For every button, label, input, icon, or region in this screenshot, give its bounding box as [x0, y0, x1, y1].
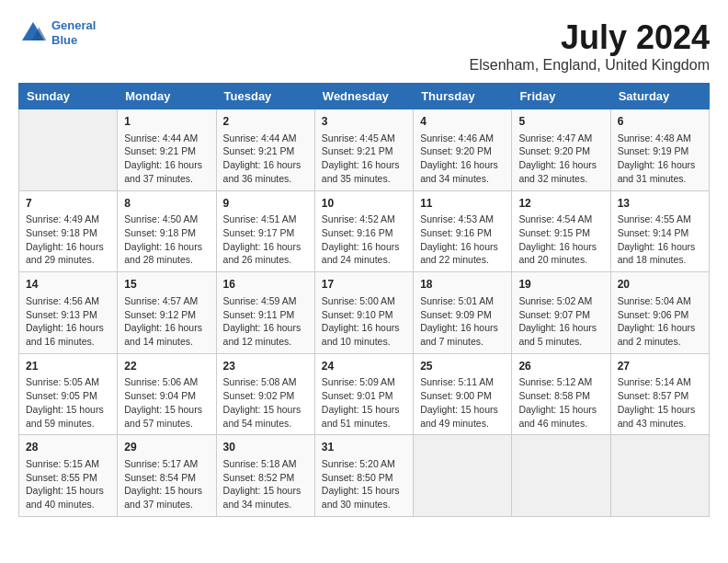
- day-number: 27: [618, 359, 702, 374]
- calendar-table: SundayMondayTuesdayWednesdayThursdayFrid…: [18, 83, 710, 517]
- cell-content: Sunrise: 4:44 AM Sunset: 9:21 PM Dayligh…: [223, 132, 308, 186]
- calendar-cell: 1Sunrise: 4:44 AM Sunset: 9:21 PM Daylig…: [118, 109, 216, 191]
- logo: General Blue: [18, 18, 96, 48]
- day-number: 10: [322, 196, 406, 212]
- calendar-header-row: SundayMondayTuesdayWednesdayThursdayFrid…: [19, 84, 710, 109]
- main-title: July 2024: [470, 18, 711, 57]
- day-number: 7: [26, 196, 110, 212]
- calendar-cell: 31Sunrise: 5:20 AM Sunset: 8:50 PM Dayli…: [314, 435, 413, 517]
- calendar-cell: 5Sunrise: 4:47 AM Sunset: 9:20 PM Daylig…: [512, 109, 610, 191]
- day-number: 15: [124, 277, 209, 293]
- calendar-cell: 3Sunrise: 4:45 AM Sunset: 9:21 PM Daylig…: [314, 109, 413, 191]
- cell-content: Sunrise: 4:56 AM Sunset: 9:13 PM Dayligh…: [26, 294, 110, 349]
- header-tuesday: Tuesday: [216, 84, 314, 109]
- day-number: 22: [124, 359, 209, 374]
- header-wednesday: Wednesday: [314, 84, 413, 109]
- day-number: 18: [420, 277, 505, 293]
- calendar-cell: 21Sunrise: 5:05 AM Sunset: 9:05 PM Dayli…: [19, 353, 118, 435]
- cell-content: Sunrise: 5:12 AM Sunset: 8:58 PM Dayligh…: [518, 375, 603, 430]
- calendar-cell: 16Sunrise: 4:59 AM Sunset: 9:11 PM Dayli…: [216, 272, 314, 354]
- calendar-cell: 19Sunrise: 5:02 AM Sunset: 9:07 PM Dayli…: [512, 272, 610, 354]
- day-number: 9: [223, 196, 308, 212]
- cell-content: Sunrise: 5:06 AM Sunset: 9:04 PM Dayligh…: [124, 375, 209, 430]
- calendar-cell: 25Sunrise: 5:11 AM Sunset: 9:00 PM Dayli…: [414, 353, 512, 435]
- calendar-cell: 7Sunrise: 4:49 AM Sunset: 9:18 PM Daylig…: [19, 190, 118, 272]
- header-thursday: Thursday: [414, 84, 512, 109]
- day-number: 13: [618, 196, 702, 212]
- cell-content: Sunrise: 4:51 AM Sunset: 9:17 PM Dayligh…: [223, 213, 308, 267]
- calendar-cell: 10Sunrise: 4:52 AM Sunset: 9:16 PM Dayli…: [314, 190, 413, 272]
- day-number: 2: [223, 114, 308, 130]
- cell-content: Sunrise: 4:50 AM Sunset: 9:18 PM Dayligh…: [124, 213, 209, 267]
- calendar-cell: 22Sunrise: 5:06 AM Sunset: 9:04 PM Dayli…: [118, 353, 216, 435]
- cell-content: Sunrise: 5:20 AM Sunset: 8:50 PM Dayligh…: [322, 457, 406, 511]
- day-number: 31: [322, 440, 406, 455]
- calendar-cell: 17Sunrise: 5:00 AM Sunset: 9:10 PM Dayli…: [314, 272, 413, 354]
- day-number: 28: [26, 440, 110, 455]
- calendar-cell: 28Sunrise: 5:15 AM Sunset: 8:55 PM Dayli…: [19, 435, 118, 517]
- day-number: 12: [518, 196, 603, 212]
- cell-content: Sunrise: 5:02 AM Sunset: 9:07 PM Dayligh…: [518, 294, 603, 349]
- calendar-cell: 18Sunrise: 5:01 AM Sunset: 9:09 PM Dayli…: [414, 272, 512, 354]
- cell-content: Sunrise: 5:04 AM Sunset: 9:06 PM Dayligh…: [618, 294, 702, 349]
- day-number: 11: [420, 196, 505, 212]
- header-monday: Monday: [118, 84, 216, 109]
- subtitle: Elsenham, England, United Kingdom: [470, 57, 711, 74]
- cell-content: Sunrise: 4:55 AM Sunset: 9:14 PM Dayligh…: [618, 213, 702, 267]
- day-number: 16: [223, 277, 308, 293]
- day-number: 8: [124, 196, 209, 212]
- day-number: 24: [322, 359, 406, 374]
- cell-content: Sunrise: 4:57 AM Sunset: 9:12 PM Dayligh…: [124, 294, 209, 349]
- day-number: 4: [420, 114, 505, 130]
- calendar-cell: 15Sunrise: 4:57 AM Sunset: 9:12 PM Dayli…: [118, 272, 216, 354]
- cell-content: Sunrise: 5:08 AM Sunset: 9:02 PM Dayligh…: [223, 375, 308, 430]
- day-number: 14: [26, 277, 110, 293]
- calendar-cell: 23Sunrise: 5:08 AM Sunset: 9:02 PM Dayli…: [216, 353, 314, 435]
- cell-content: Sunrise: 4:52 AM Sunset: 9:16 PM Dayligh…: [322, 213, 406, 267]
- calendar-cell: 4Sunrise: 4:46 AM Sunset: 9:20 PM Daylig…: [414, 109, 512, 191]
- calendar-cell: 14Sunrise: 4:56 AM Sunset: 9:13 PM Dayli…: [19, 272, 118, 354]
- calendar-cell: 6Sunrise: 4:48 AM Sunset: 9:19 PM Daylig…: [610, 109, 709, 191]
- day-number: 26: [518, 359, 603, 374]
- logo-line2: Blue: [51, 33, 77, 47]
- calendar-cell: [610, 435, 709, 517]
- day-number: 20: [618, 277, 702, 293]
- week-row-2: 7Sunrise: 4:49 AM Sunset: 9:18 PM Daylig…: [19, 190, 710, 272]
- title-section: July 2024 Elsenham, England, United King…: [470, 18, 711, 74]
- day-number: 6: [618, 114, 702, 130]
- day-number: 29: [124, 440, 209, 455]
- day-number: 30: [223, 440, 308, 455]
- header-friday: Friday: [512, 84, 610, 109]
- calendar-cell: 29Sunrise: 5:17 AM Sunset: 8:54 PM Dayli…: [118, 435, 216, 517]
- logo-icon: [18, 18, 48, 48]
- day-number: 21: [26, 359, 110, 374]
- day-number: 5: [518, 114, 603, 130]
- header-sunday: Sunday: [19, 84, 118, 109]
- calendar-cell: 12Sunrise: 4:54 AM Sunset: 9:15 PM Dayli…: [512, 190, 610, 272]
- day-number: 23: [223, 359, 308, 374]
- cell-content: Sunrise: 5:15 AM Sunset: 8:55 PM Dayligh…: [26, 457, 110, 511]
- cell-content: Sunrise: 5:09 AM Sunset: 9:01 PM Dayligh…: [322, 375, 406, 430]
- cell-content: Sunrise: 4:49 AM Sunset: 9:18 PM Dayligh…: [26, 213, 110, 267]
- cell-content: Sunrise: 5:17 AM Sunset: 8:54 PM Dayligh…: [124, 457, 209, 511]
- week-row-3: 14Sunrise: 4:56 AM Sunset: 9:13 PM Dayli…: [19, 272, 710, 354]
- cell-content: Sunrise: 4:59 AM Sunset: 9:11 PM Dayligh…: [223, 294, 308, 349]
- cell-content: Sunrise: 4:53 AM Sunset: 9:16 PM Dayligh…: [420, 213, 505, 267]
- calendar-cell: 27Sunrise: 5:14 AM Sunset: 8:57 PM Dayli…: [610, 353, 709, 435]
- week-row-5: 28Sunrise: 5:15 AM Sunset: 8:55 PM Dayli…: [19, 435, 710, 517]
- cell-content: Sunrise: 5:01 AM Sunset: 9:09 PM Dayligh…: [420, 294, 505, 349]
- week-row-1: 1Sunrise: 4:44 AM Sunset: 9:21 PM Daylig…: [19, 109, 710, 191]
- week-row-4: 21Sunrise: 5:05 AM Sunset: 9:05 PM Dayli…: [19, 353, 710, 435]
- day-number: 3: [322, 114, 406, 130]
- cell-content: Sunrise: 4:46 AM Sunset: 9:20 PM Dayligh…: [420, 132, 505, 186]
- day-number: 25: [420, 359, 505, 374]
- cell-content: Sunrise: 5:00 AM Sunset: 9:10 PM Dayligh…: [322, 294, 406, 349]
- logo-line1: General: [51, 18, 96, 32]
- calendar-cell: 30Sunrise: 5:18 AM Sunset: 8:52 PM Dayli…: [216, 435, 314, 517]
- day-number: 19: [518, 277, 603, 293]
- header: General Blue July 2024 Elsenham, England…: [18, 18, 710, 74]
- cell-content: Sunrise: 4:47 AM Sunset: 9:20 PM Dayligh…: [518, 132, 603, 186]
- calendar-cell: 8Sunrise: 4:50 AM Sunset: 9:18 PM Daylig…: [118, 190, 216, 272]
- calendar-cell: [19, 109, 118, 191]
- cell-content: Sunrise: 4:54 AM Sunset: 9:15 PM Dayligh…: [518, 213, 603, 267]
